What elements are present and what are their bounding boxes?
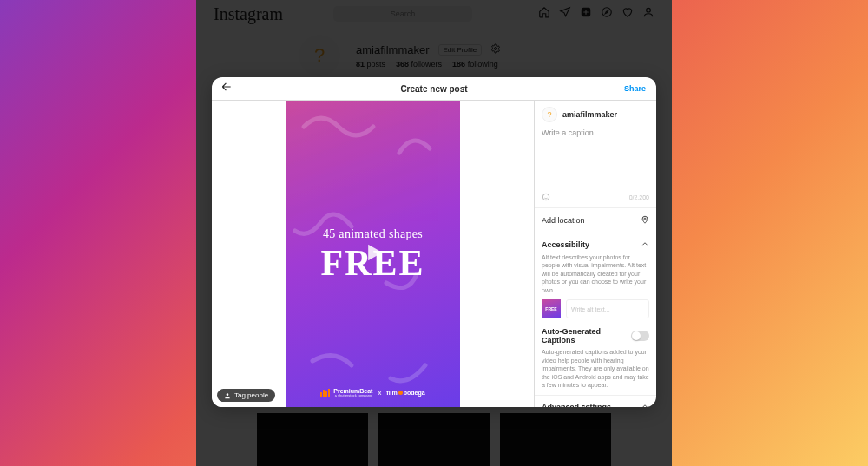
collab-x: x — [378, 390, 381, 396]
alt-text-input[interactable]: Write alt text... — [566, 299, 649, 318]
svg-point-5 — [542, 194, 549, 200]
accessibility-toggle[interactable]: Accessibility — [542, 240, 649, 250]
filmbodega-logo: filmbodega — [386, 390, 424, 396]
modal-title: Create new post — [400, 84, 467, 94]
emoji-icon[interactable] — [542, 193, 550, 202]
back-button[interactable] — [220, 81, 233, 96]
play-icon[interactable] — [361, 240, 385, 268]
share-button[interactable]: Share — [624, 84, 646, 93]
tag-people-button[interactable]: Tag people — [217, 389, 275, 402]
compose-sidebar: ? amiafilmmaker Write a caption... 0/2,2… — [534, 101, 656, 407]
compose-user: ? amiafilmmaker — [535, 101, 656, 128]
chevron-up-icon — [641, 240, 649, 250]
add-location-label: Add location — [542, 216, 585, 225]
modal-header: Create new post Share — [212, 77, 656, 101]
media-footer: PremiumBeata shutterstock company x film… — [286, 388, 460, 397]
premiumbeat-logo: PremiumBeata shutterstock company — [320, 388, 372, 397]
location-icon — [641, 215, 649, 226]
media-preview[interactable]: 45 animated shapes FREE PremiumBeata shu… — [286, 101, 460, 408]
advanced-toggle[interactable]: Advanced settings — [542, 402, 649, 407]
chevron-up-icon — [641, 402, 649, 407]
char-counter: 0/2,200 — [629, 194, 649, 200]
caption-input[interactable]: Write a caption... — [535, 128, 656, 189]
compose-username: amiafilmmaker — [562, 110, 617, 119]
auto-captions-label: Auto-Generated Captions — [542, 327, 631, 345]
accessibility-section: Accessibility Alt text describes your ph… — [535, 233, 656, 395]
add-location-row[interactable]: Add location — [535, 207, 656, 233]
create-post-modal: Create new post Share 45 animated shapes… — [212, 77, 656, 407]
media-heading: 45 animated shapes — [323, 227, 423, 241]
alt-thumbnail: FREE — [542, 299, 561, 318]
advanced-section: Advanced settings Turn off commenting Yo… — [535, 395, 656, 407]
svg-point-4 — [227, 393, 229, 396]
accessibility-desc: Alt text describes your photos for peopl… — [542, 253, 649, 294]
svg-point-6 — [644, 218, 646, 220]
user-avatar: ? — [542, 107, 557, 122]
auto-captions-desc: Auto-generated captions added to your vi… — [542, 348, 649, 389]
auto-captions-toggle[interactable] — [631, 331, 649, 341]
media-preview-area: 45 animated shapes FREE PremiumBeata shu… — [212, 101, 534, 407]
